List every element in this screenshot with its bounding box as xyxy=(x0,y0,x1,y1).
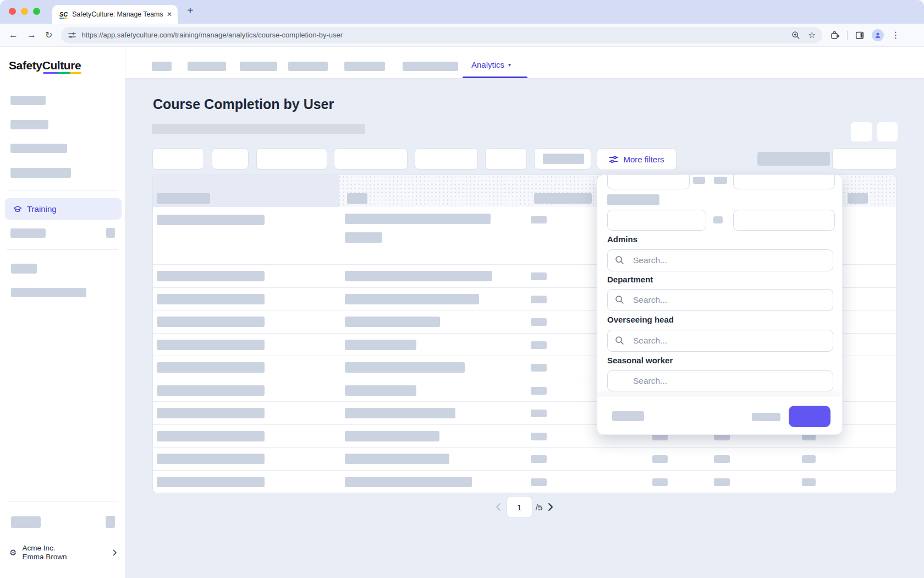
back-icon[interactable]: ← xyxy=(9,30,18,41)
popover-footer xyxy=(597,396,842,434)
gear-icon: ⚙ xyxy=(9,548,16,558)
url-text[interactable]: https://app.safetyculture.com/training/m… xyxy=(81,31,791,39)
header-skeleton xyxy=(347,193,367,204)
cell-skeleton xyxy=(714,478,730,486)
zoom-icon[interactable] xyxy=(791,31,800,40)
cell-skeleton xyxy=(531,272,547,280)
header-skeleton xyxy=(848,193,868,204)
sidebar-skeleton-item xyxy=(10,120,48,129)
app-root: SafetyCulture Training ⚙ xyxy=(0,47,924,578)
icon-button-skeleton[interactable] xyxy=(877,122,898,141)
pagination: 1 /5 xyxy=(152,496,897,518)
filter-chip[interactable] xyxy=(334,148,408,170)
more-filters-button[interactable]: More filters xyxy=(597,148,676,170)
profile-avatar[interactable] xyxy=(872,29,884,41)
current-page-box[interactable]: 1 xyxy=(507,496,532,518)
cell-skeleton xyxy=(652,478,668,486)
address-bar[interactable]: https://app.safetyculture.com/training/m… xyxy=(61,27,822,43)
cell-skeleton xyxy=(531,410,547,417)
sidebar-divider xyxy=(7,249,118,250)
apply-button[interactable] xyxy=(789,406,831,427)
previous-page-icon[interactable] xyxy=(496,503,501,511)
sidebar-skeleton-item xyxy=(11,288,86,297)
cell-skeleton xyxy=(345,214,491,224)
sidebar-item-training[interactable]: Training xyxy=(5,198,122,220)
cell-skeleton xyxy=(714,455,730,463)
sidebar-divider xyxy=(7,501,118,501)
table-row[interactable] xyxy=(153,470,896,493)
filter-chip[interactable] xyxy=(212,148,249,170)
seasonal-worker-search-input[interactable] xyxy=(607,370,833,391)
browser-tab[interactable]: SC SafetyCulture: Manage Teams and... ✕ xyxy=(52,5,178,24)
safetyculture-logo: SafetyCulture xyxy=(9,59,81,72)
range-end-input[interactable] xyxy=(733,210,835,231)
minimize-window-button[interactable] xyxy=(21,8,28,15)
top-nav: Analytics ▾ xyxy=(125,47,924,79)
admins-search xyxy=(607,249,833,271)
sidebar-skeleton-item xyxy=(10,144,67,153)
popover-skeleton xyxy=(714,177,727,184)
cell-skeleton xyxy=(157,431,265,441)
overseeing-head-search xyxy=(607,330,833,352)
maximize-window-button[interactable] xyxy=(33,8,40,15)
sidebar-skeleton-item xyxy=(11,264,37,274)
cell-skeleton xyxy=(531,341,547,349)
filter-chip[interactable] xyxy=(832,148,897,170)
filter-section-label: Seasonal worker xyxy=(607,356,673,365)
bookmark-star-icon[interactable]: ☆ xyxy=(808,31,816,40)
cell-skeleton xyxy=(345,294,479,304)
close-window-button[interactable] xyxy=(9,8,16,15)
cell-skeleton xyxy=(345,408,455,418)
footer-skeleton xyxy=(612,411,644,421)
cell-skeleton xyxy=(531,478,547,486)
cell-skeleton xyxy=(802,455,816,463)
header-skeleton xyxy=(157,193,210,204)
cell-skeleton xyxy=(531,216,547,223)
filter-chip[interactable] xyxy=(256,148,327,170)
cell-skeleton xyxy=(157,294,265,304)
reload-icon[interactable]: ↻ xyxy=(45,30,52,40)
filter-chip[interactable] xyxy=(152,148,204,170)
org-switcher[interactable]: ⚙ Acme Inc. Emma Brown xyxy=(0,538,125,567)
cell-skeleton xyxy=(345,340,416,350)
nav-skeleton-tab xyxy=(403,62,458,71)
side-panel-icon[interactable] xyxy=(855,30,865,40)
new-tab-button[interactable]: + xyxy=(187,4,194,17)
cell-skeleton xyxy=(157,477,265,487)
chip-skeleton xyxy=(543,154,584,164)
sidebar: SafetyCulture Training ⚙ xyxy=(0,47,125,578)
next-page-icon[interactable] xyxy=(548,503,553,511)
nav-skeleton-tab xyxy=(152,62,172,71)
admins-search-input[interactable] xyxy=(607,249,833,271)
cell-skeleton xyxy=(157,362,265,373)
analytics-label: Analytics xyxy=(471,60,504,69)
logo-culture: Culture xyxy=(42,59,81,72)
filter-chip[interactable] xyxy=(485,148,527,170)
tab-analytics[interactable]: Analytics ▾ xyxy=(471,60,511,69)
popover-label-skeleton xyxy=(607,194,659,205)
site-settings-icon[interactable] xyxy=(68,31,76,40)
date-to-input[interactable] xyxy=(733,175,835,189)
forward-icon[interactable]: → xyxy=(27,30,36,41)
cell-skeleton xyxy=(157,408,265,418)
cell-skeleton xyxy=(802,478,816,486)
cell-skeleton xyxy=(345,362,465,373)
overseeing-head-search-input[interactable] xyxy=(607,330,833,352)
filter-chip[interactable] xyxy=(415,148,478,170)
browser-menu-icon[interactable]: ⋮ xyxy=(891,30,900,40)
icon-button-skeleton[interactable] xyxy=(851,122,872,141)
sidebar-skeleton-item xyxy=(10,168,71,178)
extensions-icon[interactable] xyxy=(830,30,840,40)
date-from-input[interactable] xyxy=(607,175,690,189)
browser-toolbar: ← → ↻ https://app.safetyculture.com/trai… xyxy=(0,24,924,47)
filter-chip[interactable] xyxy=(534,148,591,170)
tab-close-icon[interactable]: ✕ xyxy=(167,10,172,18)
cell-skeleton xyxy=(345,431,439,441)
cell-skeleton xyxy=(345,477,472,487)
cell-skeleton xyxy=(531,387,547,395)
department-search-input[interactable] xyxy=(607,289,833,311)
range-start-input[interactable] xyxy=(607,210,706,231)
table-row[interactable] xyxy=(153,447,896,470)
nav-skeleton-tab xyxy=(288,62,328,71)
search-icon xyxy=(615,336,624,345)
